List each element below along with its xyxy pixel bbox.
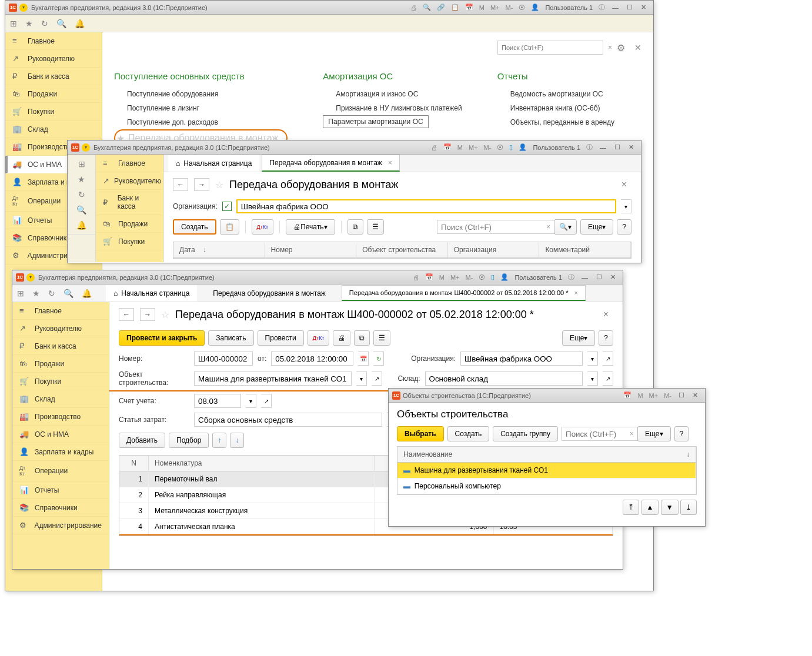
favorite-star-icon[interactable]: ☆	[161, 309, 169, 320]
search-input[interactable]	[562, 427, 638, 441]
search-icon[interactable]: 🔍	[64, 289, 73, 298]
calendar-icon[interactable]: 📅	[621, 390, 634, 400]
star-icon[interactable]: ★	[32, 289, 40, 298]
link-inv-book[interactable]: Инвентарная книга (ОС-6б)	[497, 101, 615, 115]
col-name[interactable]: Наименование↓	[397, 447, 696, 462]
link-amort[interactable]: Амортизация и износ ОС	[323, 87, 462, 101]
mminus-button[interactable]: M-	[463, 273, 476, 282]
sidebar-item-purchase[interactable]: 🛒Покупки	[5, 103, 102, 121]
post-button[interactable]: Провести	[258, 330, 304, 346]
mplus-button[interactable]: M+	[466, 143, 480, 152]
sidebar-item-main[interactable]: ≡Главное	[12, 302, 109, 320]
nav-last-button[interactable]: ⤓	[680, 500, 697, 515]
sidebar-item-purchase[interactable]: 🛒Покупки	[96, 233, 163, 250]
search-icon[interactable]: 🔍	[56, 19, 66, 28]
search-icon[interactable]: 🔍	[420, 2, 433, 12]
bell-icon[interactable]: 🔔	[75, 19, 85, 28]
list-button[interactable]: ☰	[367, 219, 384, 235]
wh-dropdown-icon[interactable]: ▾	[587, 371, 598, 386]
acct-dropdown-icon[interactable]: ▾	[246, 394, 256, 408]
dtkt-button[interactable]: ДтКт	[252, 219, 274, 235]
info-icon[interactable]: ⓘ	[584, 142, 595, 153]
move-up-button[interactable]: ↑	[212, 433, 226, 448]
link-amort-report[interactable]: Ведомость амортизации ОС	[497, 87, 615, 101]
nav-back-button[interactable]: ←	[119, 308, 134, 321]
info-icon[interactable]: ⓘ	[566, 272, 577, 283]
sidebar-item-main[interactable]: ≡Главное	[5, 32, 102, 50]
link-leasing-tax[interactable]: Признание в НУ лизинговых платежей	[323, 101, 462, 115]
m-button[interactable]: M	[477, 3, 487, 12]
tab-list[interactable]: Передача оборудования в монтаж	[205, 285, 333, 302]
close-icon[interactable]: ✕	[634, 43, 641, 52]
gear-icon[interactable]: ⚙	[617, 42, 625, 53]
sidebar-item-purchase[interactable]: 🛒Покупки	[12, 373, 109, 390]
sidebar-item-bank[interactable]: ₽Банк и касса	[12, 337, 109, 355]
star-icon[interactable]: ★	[78, 175, 85, 184]
write-button[interactable]: Записать	[208, 330, 253, 346]
close-tab-icon[interactable]: ×	[388, 159, 392, 167]
back-icon[interactable]: ⦿	[494, 143, 506, 152]
attach-button[interactable]: ⧉	[354, 330, 370, 346]
cost-field[interactable]	[194, 413, 382, 427]
close-button[interactable]: ✕	[625, 142, 637, 152]
sidebar-item-warehouse[interactable]: 🏢Склад	[5, 121, 102, 138]
org-dropdown-icon[interactable]: ▾	[587, 352, 598, 366]
minimize-button[interactable]: —	[609, 3, 622, 12]
nav-down-button[interactable]: ▼	[661, 500, 679, 515]
bell-icon[interactable]: 🔔	[76, 220, 86, 230]
favorite-star-icon[interactable]: ☆	[215, 179, 223, 190]
nav-up-button[interactable]: ▲	[641, 500, 659, 515]
org-field[interactable]	[236, 199, 616, 213]
history-icon[interactable]: ↻	[41, 19, 48, 28]
print-icon[interactable]: 🖨	[410, 273, 422, 282]
mminus-button[interactable]: M-	[482, 143, 494, 152]
search-input[interactable]	[437, 220, 554, 234]
more-button[interactable]: Еще ▾	[580, 219, 613, 235]
maximize-button[interactable]: ☐	[675, 390, 688, 400]
sidebar-item-operations[interactable]: ДтКтОперации	[12, 461, 109, 481]
objects-grid[interactable]: Наименование↓ ▬ Машина для развертывания…	[397, 446, 697, 495]
panel-icon[interactable]: ▯	[489, 272, 497, 282]
panel-icon[interactable]: ▯	[507, 142, 515, 152]
sidebar-item-production[interactable]: 🏭Производство	[12, 408, 109, 426]
apps-icon[interactable]: ⊞	[17, 289, 24, 298]
back-icon[interactable]: ⦿	[516, 3, 527, 12]
tab-home[interactable]: ⌂Начальная страница	[168, 155, 259, 172]
help-button[interactable]: ?	[599, 330, 613, 346]
mplus-button[interactable]: M+	[647, 391, 661, 400]
link-icon[interactable]: 🔗	[435, 2, 447, 12]
org-open-icon[interactable]: ↗	[603, 352, 613, 366]
sidebar-item-manager[interactable]: ↗Руководителю	[5, 50, 102, 68]
list-item[interactable]: ▬ Персональный компьютер	[397, 478, 696, 494]
sidebar-item-catalogs[interactable]: 📚Справочники	[12, 499, 109, 517]
yellow-button-icon[interactable]: ▾	[26, 273, 35, 282]
close-button[interactable]: ✕	[607, 272, 619, 282]
print-icon[interactable]: 🖨	[429, 143, 440, 152]
number-field[interactable]	[194, 352, 253, 366]
m-button[interactable]: M	[635, 391, 645, 400]
tab-home[interactable]: ⌂Начальная страница	[106, 285, 197, 302]
sidebar-item-sales[interactable]: 🛍Продажи	[5, 85, 102, 103]
org-checkbox[interactable]: ✓	[222, 202, 232, 211]
create-button[interactable]: Создать	[447, 426, 490, 441]
help-button[interactable]: ?	[674, 426, 689, 441]
print-button[interactable]: 🖨 Печать ▾	[286, 219, 335, 235]
sidebar-item-manager[interactable]: ↗Руководителю	[96, 172, 163, 190]
col-comment[interactable]: Комментарий	[539, 242, 631, 257]
link-amort-params[interactable]: Параметры амортизации ОС	[323, 115, 428, 128]
list-button[interactable]: ☰	[373, 330, 390, 346]
calc-icon[interactable]: 📋	[449, 2, 462, 12]
close-page-icon[interactable]: ×	[599, 309, 613, 320]
close-button[interactable]: ✕	[637, 2, 650, 12]
yellow-button-icon[interactable]: ▾	[19, 4, 28, 12]
minimize-button[interactable]: —	[578, 273, 592, 282]
mminus-button[interactable]: M-	[503, 3, 516, 12]
history-icon[interactable]: ↻	[48, 289, 55, 298]
sidebar-item-main[interactable]: ≡Главное	[96, 155, 163, 172]
tab-document[interactable]: Передача оборудования в монтаж Ш400-0000…	[342, 285, 586, 301]
close-tab-icon[interactable]: ×	[574, 289, 578, 296]
sidebar-item-bank[interactable]: ₽Банк и касса	[5, 68, 102, 85]
copy-button[interactable]: 📋	[220, 219, 239, 235]
col-nom[interactable]: Номенклатура	[149, 456, 375, 471]
wh-field[interactable]	[425, 371, 583, 386]
